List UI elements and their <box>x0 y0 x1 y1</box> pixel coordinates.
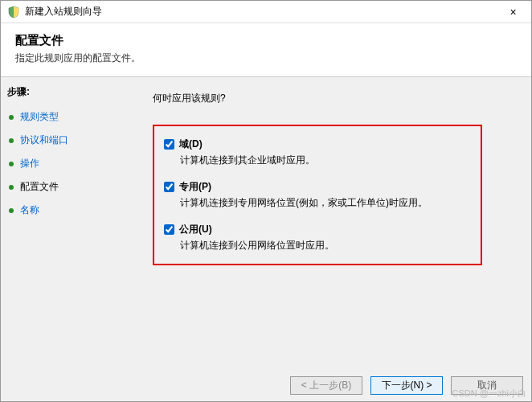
bullet-icon <box>9 115 14 120</box>
step-action[interactable]: 操作 <box>7 154 127 174</box>
domain-checkbox[interactable] <box>164 139 174 150</box>
page-header: 配置文件 指定此规则应用的配置文件。 <box>1 23 531 77</box>
step-label: 配置文件 <box>20 180 59 194</box>
window-title: 新建入站规则向导 <box>25 5 102 18</box>
highlight-box: 域(D) 计算机连接到其企业域时应用。 专用(P) 计算机连接到专用网络位置(例… <box>153 125 482 265</box>
step-label: 协议和端口 <box>20 133 68 147</box>
next-button[interactable]: 下一步(N) > <box>370 376 443 395</box>
step-profile[interactable]: 配置文件 <box>7 177 127 197</box>
bullet-icon <box>9 208 14 213</box>
page-title: 配置文件 <box>15 33 517 48</box>
public-label: 公用(U) <box>179 223 212 236</box>
page-subtitle: 指定此规则应用的配置文件。 <box>15 51 517 65</box>
domain-label: 域(D) <box>179 137 203 151</box>
step-protocol-port[interactable]: 协议和端口 <box>7 130 127 150</box>
close-button[interactable]: × <box>495 1 531 23</box>
private-checkbox[interactable] <box>164 182 174 192</box>
prompt-text: 何时应用该规则? <box>153 92 512 105</box>
main-panel: 何时应用该规则? 域(D) 计算机连接到其企业域时应用。 专用(P) 计算机连接… <box>133 77 531 375</box>
shield-icon <box>7 6 20 18</box>
step-label: 操作 <box>20 157 39 170</box>
back-button[interactable]: < 上一步(B) <box>290 376 362 395</box>
bullet-icon <box>9 185 14 190</box>
option-domain: 域(D) 计算机连接到其企业域时应用。 <box>164 137 471 167</box>
step-label: 名称 <box>20 203 39 217</box>
titlebar: 新建入站规则向导 × <box>1 1 531 23</box>
bullet-icon <box>9 162 14 166</box>
wizard-sidebar: 步骤: 规则类型 协议和端口 操作 配置文件 名称 <box>1 77 133 375</box>
bullet-icon <box>9 138 14 143</box>
step-rule-type[interactable]: 规则类型 <box>7 107 127 127</box>
private-desc: 计算机连接到专用网络位置(例如，家或工作单位)时应用。 <box>180 196 471 210</box>
content: 步骤: 规则类型 协议和端口 操作 配置文件 名称 何时应用该规则? <box>1 77 531 375</box>
private-label: 专用(P) <box>179 180 211 194</box>
option-public: 公用(U) 计算机连接到公用网络位置时应用。 <box>164 223 471 252</box>
public-checkbox[interactable] <box>164 224 174 235</box>
step-name[interactable]: 名称 <box>7 200 127 220</box>
domain-desc: 计算机连接到其企业域时应用。 <box>180 154 471 167</box>
step-label: 规则类型 <box>20 110 59 124</box>
option-private: 专用(P) 计算机连接到专用网络位置(例如，家或工作单位)时应用。 <box>164 180 471 210</box>
watermark: CSDN @一zhi小白 <box>452 388 526 400</box>
steps-heading: 步骤: <box>7 85 127 99</box>
public-desc: 计算机连接到公用网络位置时应用。 <box>180 239 471 252</box>
